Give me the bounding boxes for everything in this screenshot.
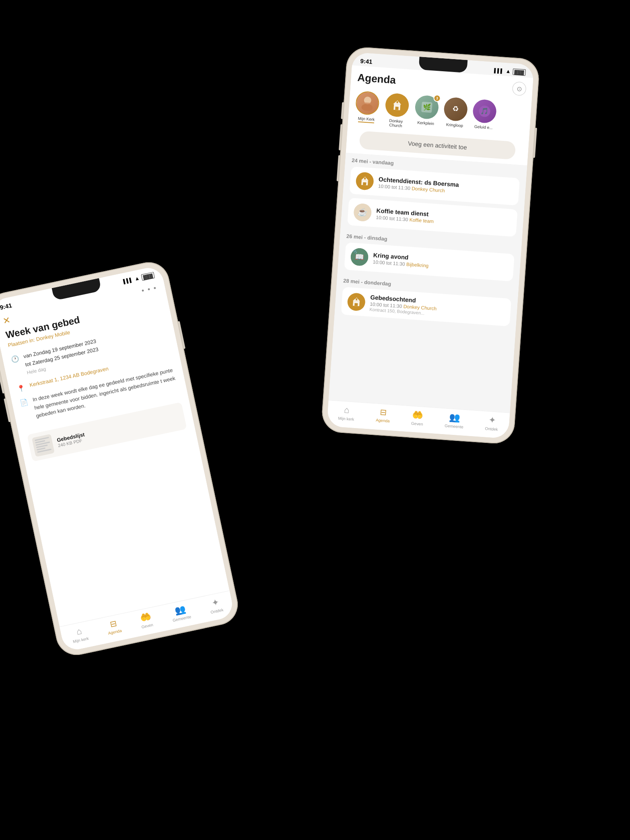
event-icon-church-4: [347, 292, 366, 311]
nav-gemeente[interactable]: 👥 Gemeente: [445, 412, 464, 429]
person-icon: ⊙: [517, 85, 522, 93]
nav-gemeente-back[interactable]: 👥 Gemeente: [170, 603, 191, 623]
story-label-mijn-kerk: Mijn Kerk: [358, 116, 375, 122]
story-item-kringloop[interactable]: ♻ Kringloop: [443, 97, 468, 133]
status-time: 9:41: [360, 58, 373, 65]
story-item-geluid[interactable]: 🎵 Geluid e...: [471, 99, 497, 135]
mute-button[interactable]: [341, 102, 344, 119]
agenda-screen: 9:41 ▌▌▌ ▲ ▓▓▓ Agenda ⊙: [327, 52, 534, 439]
status-time-back: 9:41: [0, 302, 12, 311]
nav-icon-ontdek-back: ✦: [210, 597, 220, 608]
svg-rect-23: [354, 303, 358, 306]
story-badge-kerkplein: 3: [433, 95, 441, 102]
nav-geven-back[interactable]: 🤲 Geven: [138, 611, 153, 629]
story-label-donkey-church: Donkey Church: [383, 118, 408, 128]
nav-label-gemeente-back: Gemeente: [172, 614, 191, 622]
front-phone: 9:41 ▌▌▌ ▲ ▓▓▓ Agenda ⊙: [321, 46, 540, 445]
nav-geven[interactable]: 🤲 Geven: [411, 410, 424, 426]
nav-icon-agenda-back: ⊟: [109, 618, 118, 629]
agenda-title: Agenda: [357, 71, 396, 86]
nav-label-ontdek-back: Ontdek: [210, 607, 224, 614]
signal-icon: ▌▌▌: [494, 68, 504, 74]
svg-rect-22: [356, 298, 357, 300]
event-info-koffie: Koffie team dienst 10:00 tot 11:30 Koffi…: [376, 207, 511, 229]
nav-icon-gemeente: 👥: [449, 412, 461, 423]
wifi-icon: ▲: [505, 68, 511, 74]
nav-agenda[interactable]: ⊟ Agenda: [376, 407, 391, 424]
story-label-kringloop: Kringloop: [446, 122, 463, 128]
event-icon-church-1: [355, 172, 374, 191]
nav-ontdek-back[interactable]: ✦ Ontdek: [208, 596, 224, 615]
volume-up-button[interactable]: [339, 124, 343, 150]
svg-rect-14: [364, 177, 366, 179]
power-button-back[interactable]: [178, 321, 185, 349]
nav-icon-mijn-kerk: ⌂: [344, 405, 350, 416]
nav-label-geven: Geven: [411, 421, 423, 426]
attachment-info: Gebedslijst 240 KB PDF: [56, 431, 86, 448]
more-options-button[interactable]: • • •: [141, 284, 158, 295]
story-avatar-mijn-kerk: [355, 91, 380, 115]
back-phone: 9:41 ▌▌▌ ▲ ▓▓▓ ✕ • • • Week van gebed Pl…: [0, 258, 242, 659]
nav-icon-geven-back: 🤲: [139, 611, 152, 624]
battery-icon: ▓▓▓: [513, 68, 526, 76]
wifi-icon-back: ▲: [134, 275, 140, 282]
description-icon: 📄: [19, 398, 29, 407]
story-item-kerkplein[interactable]: 🌿 3 Kerkplein: [414, 95, 439, 131]
nav-icon-geven: 🤲: [412, 410, 424, 421]
front-phone-screen: 9:41 ▌▌▌ ▲ ▓▓▓ Agenda ⊙: [327, 52, 534, 439]
signal-icon-back: ▌▌▌: [123, 277, 133, 284]
detail-screen: 9:41 ▌▌▌ ▲ ▓▓▓ ✕ • • • Week van gebed Pl…: [0, 265, 235, 652]
story-underline-mijn-kerk: [358, 121, 374, 124]
story-label-geluid: Geluid e...: [474, 124, 493, 130]
attachment-preview: [32, 434, 55, 457]
nav-label-agenda-back: Agenda: [108, 628, 122, 636]
agenda-header: Agenda ⊙ Mijn Kerk: [346, 65, 533, 165]
svg-text:🎵: 🎵: [480, 107, 489, 115]
agenda-content: 24 mei - vandaag Ochtenddienst: ds Boers…: [329, 153, 527, 413]
back-phone-screen: 9:41 ▌▌▌ ▲ ▓▓▓ ✕ • • • Week van gebed Pl…: [0, 265, 235, 652]
nav-label-geven-back: Geven: [141, 622, 154, 629]
location-icon: 📍: [16, 384, 26, 393]
nav-icon-ontdek: ✦: [488, 415, 496, 426]
story-item-donkey-church[interactable]: Donkey Church: [383, 93, 410, 128]
event-icon-koffie: ☕: [353, 203, 372, 222]
story-avatar-donkey-church: [385, 93, 410, 117]
svg-rect-15: [363, 182, 366, 185]
nav-mijn-kerk[interactable]: ⌂ Mijn kerk: [338, 404, 355, 422]
battery-icon-back: ▓▓▓: [141, 272, 155, 280]
profile-button[interactable]: ⊙: [512, 81, 527, 96]
nav-label-mijn-kerk: Mijn kerk: [338, 416, 354, 422]
svg-rect-6: [395, 107, 399, 110]
nav-ontdek[interactable]: ✦ Ontdek: [485, 415, 499, 432]
svg-text:☕: ☕: [357, 207, 368, 217]
nav-label-agenda: Agenda: [376, 418, 390, 423]
nav-label-ontdek: Ontdek: [485, 426, 498, 432]
event-info-kring: Kring avond 10:00 tot 11:30 Bijbelkring: [373, 251, 508, 274]
status-icons: ▌▌▌ ▲ ▓▓▓: [494, 67, 526, 76]
detail-content: Week van gebed Plaatsen in: Donkey Mobil…: [0, 292, 229, 626]
nav-mijn-kerk-back[interactable]: ⌂ Mijn kerk: [70, 625, 89, 644]
close-button[interactable]: ✕: [2, 315, 11, 327]
nav-icon-gemeente-back: 👥: [174, 604, 187, 616]
svg-text:🌿: 🌿: [422, 103, 431, 111]
event-info-ochtenddienst: Ochtenddienst: ds Boersma 10:00 tot 11:3…: [378, 175, 514, 198]
event-info-gebed: Gebedsochtend 10:00 tot 11:30 Donkey Chu…: [369, 294, 505, 321]
volume-down-button[interactable]: [337, 155, 341, 181]
svg-text:♻: ♻: [452, 105, 459, 113]
clock-icon: 🕐: [10, 354, 20, 364]
nav-agenda-back[interactable]: ⊟ Agenda: [105, 618, 122, 636]
power-button[interactable]: [533, 128, 537, 158]
story-avatar-kringloop: ♻: [443, 97, 468, 122]
volume-up-button-back[interactable]: [0, 370, 4, 394]
story-avatar-geluid: 🎵: [472, 99, 497, 124]
event-icon-kring: 📖 📎: [350, 247, 369, 266]
story-label-kerkplein: Kerkplein: [417, 120, 434, 126]
nav-label-gemeente: Gemeente: [445, 424, 463, 429]
nav-label-mijn-kerk-back: Mijn kerk: [72, 636, 89, 644]
nav-icon-mijn-kerk-back: ⌂: [75, 626, 82, 637]
svg-rect-5: [396, 101, 398, 103]
volume-down-button-back[interactable]: [4, 398, 10, 422]
svg-point-1: [361, 103, 373, 111]
story-item-mijn-kerk[interactable]: Mijn Kerk: [354, 91, 380, 126]
nav-icon-agenda: ⊟: [379, 407, 387, 417]
